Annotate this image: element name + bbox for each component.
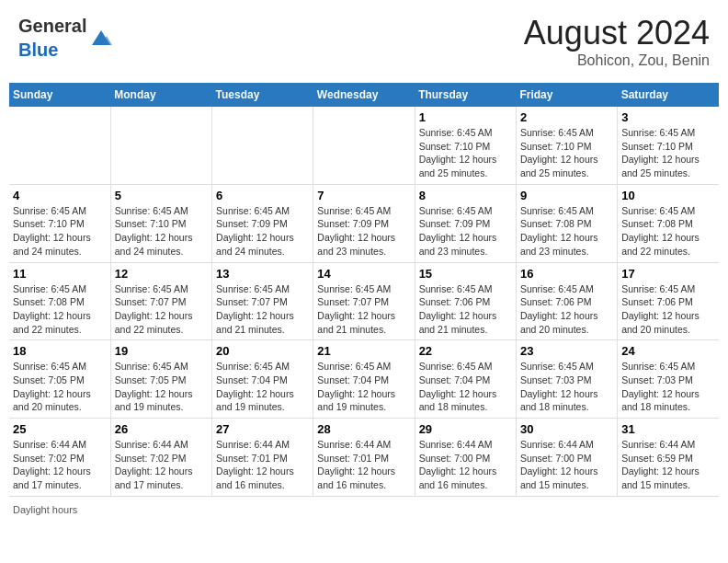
day-number: 11 — [13, 267, 107, 281]
day-number: 24 — [621, 344, 715, 358]
day-number: 15 — [419, 267, 512, 281]
day-number: 18 — [13, 344, 107, 358]
day-of-week-header: Tuesday — [212, 83, 313, 107]
calendar-cell: 12Sunrise: 6:45 AM Sunset: 7:07 PM Dayli… — [110, 262, 211, 340]
calendar-week-row: 25Sunrise: 6:44 AM Sunset: 7:02 PM Dayli… — [9, 419, 719, 497]
day-of-week-header: Saturday — [618, 83, 719, 107]
day-info: Sunrise: 6:45 AM Sunset: 7:04 PM Dayligh… — [317, 360, 410, 414]
day-number: 4 — [13, 189, 107, 202]
calendar-cell — [9, 107, 110, 184]
day-number: 16 — [520, 267, 613, 281]
footer-label: Daylight hours — [9, 504, 719, 515]
day-info: Sunrise: 6:45 AM Sunset: 7:03 PM Dayligh… — [621, 360, 715, 414]
calendar-cell: 3Sunrise: 6:45 AM Sunset: 7:10 PM Daylig… — [618, 107, 719, 184]
day-info: Sunrise: 6:45 AM Sunset: 7:05 PM Dayligh… — [115, 360, 208, 414]
logo: General Blue — [18, 14, 114, 62]
calendar-body: 1Sunrise: 6:45 AM Sunset: 7:10 PM Daylig… — [9, 107, 719, 496]
day-number: 17 — [621, 267, 715, 281]
day-info: Sunrise: 6:45 AM Sunset: 7:07 PM Dayligh… — [115, 282, 208, 337]
calendar-cell: 8Sunrise: 6:45 AM Sunset: 7:09 PM Daylig… — [415, 184, 516, 262]
calendar-cell: 25Sunrise: 6:44 AM Sunset: 7:02 PM Dayli… — [9, 419, 110, 497]
day-info: Sunrise: 6:45 AM Sunset: 7:09 PM Dayligh… — [317, 204, 410, 259]
calendar-week-row: 1Sunrise: 6:45 AM Sunset: 7:10 PM Daylig… — [9, 107, 719, 184]
day-number: 13 — [216, 267, 309, 281]
calendar-cell — [212, 107, 313, 184]
calendar-week-row: 11Sunrise: 6:45 AM Sunset: 7:08 PM Dayli… — [9, 262, 719, 340]
day-number: 22 — [419, 344, 512, 358]
day-number: 27 — [216, 422, 309, 436]
page-header: General Blue August 2024 Bohicon, Zou, B… — [9, 9, 719, 74]
day-number: 1 — [419, 110, 512, 124]
page-subtitle: Bohicon, Zou, Benin — [524, 52, 710, 69]
calendar-table: SundayMondayTuesdayWednesdayThursdayFrid… — [9, 83, 719, 497]
calendar-cell: 5Sunrise: 6:45 AM Sunset: 7:10 PM Daylig… — [110, 184, 211, 262]
day-info: Sunrise: 6:45 AM Sunset: 7:09 PM Dayligh… — [216, 204, 309, 259]
day-number: 29 — [419, 422, 512, 436]
day-info: Sunrise: 6:44 AM Sunset: 7:00 PM Dayligh… — [520, 438, 613, 492]
day-info: Sunrise: 6:45 AM Sunset: 7:08 PM Dayligh… — [13, 282, 107, 337]
day-info: Sunrise: 6:45 AM Sunset: 7:08 PM Dayligh… — [520, 204, 613, 259]
calendar-cell: 4Sunrise: 6:45 AM Sunset: 7:10 PM Daylig… — [9, 184, 110, 262]
calendar-cell: 19Sunrise: 6:45 AM Sunset: 7:05 PM Dayli… — [110, 340, 211, 419]
calendar-cell: 27Sunrise: 6:44 AM Sunset: 7:01 PM Dayli… — [212, 419, 313, 497]
day-number: 26 — [115, 422, 208, 436]
day-number: 10 — [621, 189, 715, 202]
day-info: Sunrise: 6:44 AM Sunset: 7:02 PM Dayligh… — [115, 438, 208, 492]
calendar-cell: 28Sunrise: 6:44 AM Sunset: 7:01 PM Dayli… — [313, 419, 415, 497]
day-number: 31 — [621, 422, 715, 436]
day-info: Sunrise: 6:45 AM Sunset: 7:07 PM Dayligh… — [216, 282, 309, 337]
days-of-week-row: SundayMondayTuesdayWednesdayThursdayFrid… — [9, 83, 719, 107]
calendar-cell: 29Sunrise: 6:44 AM Sunset: 7:00 PM Dayli… — [415, 419, 516, 497]
calendar-cell: 15Sunrise: 6:45 AM Sunset: 7:06 PM Dayli… — [415, 262, 516, 340]
day-number: 7 — [317, 189, 410, 202]
calendar-week-row: 18Sunrise: 6:45 AM Sunset: 7:05 PM Dayli… — [9, 340, 719, 419]
day-info: Sunrise: 6:45 AM Sunset: 7:08 PM Dayligh… — [621, 204, 715, 259]
logo-blue: Blue — [18, 40, 58, 60]
day-info: Sunrise: 6:45 AM Sunset: 7:10 PM Dayligh… — [115, 204, 208, 259]
day-of-week-header: Thursday — [415, 83, 516, 107]
day-info: Sunrise: 6:45 AM Sunset: 7:06 PM Dayligh… — [520, 282, 613, 337]
day-number: 9 — [520, 189, 613, 202]
calendar-cell: 20Sunrise: 6:45 AM Sunset: 7:04 PM Dayli… — [212, 340, 313, 419]
day-info: Sunrise: 6:45 AM Sunset: 7:04 PM Dayligh… — [419, 360, 512, 414]
calendar-week-row: 4Sunrise: 6:45 AM Sunset: 7:10 PM Daylig… — [9, 184, 719, 262]
day-info: Sunrise: 6:44 AM Sunset: 7:02 PM Dayligh… — [13, 438, 107, 492]
calendar-cell — [313, 107, 415, 184]
calendar-cell: 17Sunrise: 6:45 AM Sunset: 7:06 PM Dayli… — [618, 262, 719, 340]
calendar-cell: 2Sunrise: 6:45 AM Sunset: 7:10 PM Daylig… — [516, 107, 617, 184]
title-area: August 2024 Bohicon, Zou, Benin — [524, 14, 710, 69]
logo-general: General — [18, 16, 86, 36]
calendar-cell: 23Sunrise: 6:45 AM Sunset: 7:03 PM Dayli… — [516, 340, 617, 419]
calendar-cell: 26Sunrise: 6:44 AM Sunset: 7:02 PM Dayli… — [110, 419, 211, 497]
day-number: 8 — [419, 189, 512, 202]
day-info: Sunrise: 6:45 AM Sunset: 7:05 PM Dayligh… — [13, 360, 107, 414]
day-number: 5 — [115, 189, 208, 202]
calendar-cell: 18Sunrise: 6:45 AM Sunset: 7:05 PM Dayli… — [9, 340, 110, 419]
day-number: 3 — [621, 110, 715, 124]
day-info: Sunrise: 6:45 AM Sunset: 7:10 PM Dayligh… — [520, 126, 613, 180]
page-title: August 2024 — [524, 14, 710, 52]
day-number: 12 — [115, 267, 208, 281]
calendar-cell: 16Sunrise: 6:45 AM Sunset: 7:06 PM Dayli… — [516, 262, 617, 340]
calendar-cell: 21Sunrise: 6:45 AM Sunset: 7:04 PM Dayli… — [313, 340, 415, 419]
day-info: Sunrise: 6:45 AM Sunset: 7:06 PM Dayligh… — [419, 282, 512, 337]
day-info: Sunrise: 6:44 AM Sunset: 7:01 PM Dayligh… — [216, 438, 309, 492]
calendar-cell — [110, 107, 211, 184]
calendar-cell: 7Sunrise: 6:45 AM Sunset: 7:09 PM Daylig… — [313, 184, 415, 262]
day-number: 21 — [317, 344, 410, 358]
day-info: Sunrise: 6:45 AM Sunset: 7:06 PM Dayligh… — [621, 282, 715, 337]
day-info: Sunrise: 6:45 AM Sunset: 7:09 PM Dayligh… — [419, 204, 512, 259]
day-number: 25 — [13, 422, 107, 436]
logo-text: General Blue — [18, 14, 86, 62]
calendar-cell: 13Sunrise: 6:45 AM Sunset: 7:07 PM Dayli… — [212, 262, 313, 340]
day-of-week-header: Friday — [516, 83, 617, 107]
calendar-cell: 9Sunrise: 6:45 AM Sunset: 7:08 PM Daylig… — [516, 184, 617, 262]
calendar-header: SundayMondayTuesdayWednesdayThursdayFrid… — [9, 83, 719, 107]
day-of-week-header: Sunday — [9, 83, 110, 107]
daylight-hours-label: Daylight hours — [13, 504, 77, 515]
day-info: Sunrise: 6:45 AM Sunset: 7:03 PM Dayligh… — [520, 360, 613, 414]
calendar-cell: 30Sunrise: 6:44 AM Sunset: 7:00 PM Dayli… — [516, 419, 617, 497]
calendar-cell: 31Sunrise: 6:44 AM Sunset: 6:59 PM Dayli… — [618, 419, 719, 497]
day-of-week-header: Wednesday — [313, 83, 415, 107]
logo-icon — [88, 25, 114, 51]
